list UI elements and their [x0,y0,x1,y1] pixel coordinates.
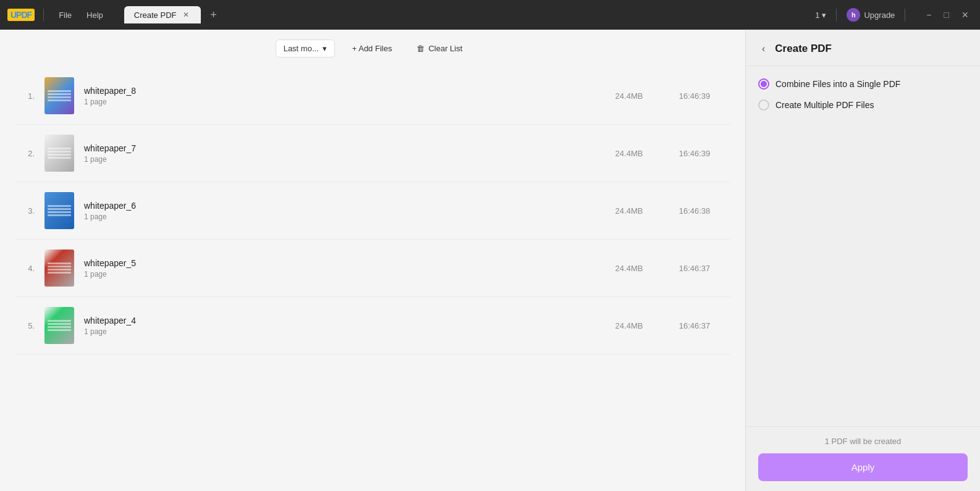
file-info: whitepaper_5 1 page [84,258,594,279]
file-number: 1. [20,91,35,101]
file-list: 1. whitepaper_8 1 page 24.4MB 16:46:39 2… [0,67,745,491]
sort-chevron-icon: ▾ [323,44,327,53]
file-name: whitepaper_6 [84,201,594,211]
file-thumbnail [44,135,74,172]
table-row: 5. whitepaper_4 1 page 24.4MB 16:46:37 [15,297,730,355]
file-size: 24.4MB [604,321,654,330]
titlebar-menu: File Help [53,8,109,22]
menu-file[interactable]: File [53,8,78,22]
file-pages: 1 page [84,155,594,164]
file-number: 2. [20,149,35,158]
file-pages: 1 page [84,98,594,106]
table-row: 3. whitepaper_6 1 page 24.4MB 16:46:38 [15,182,730,240]
divider-1 [43,9,44,21]
file-time: 16:46:39 [664,91,725,101]
menu-help[interactable]: Help [80,8,109,22]
clear-list-button[interactable]: 🗑 Clear List [409,40,470,57]
tabs-area: Create PDF ✕ + [124,6,810,23]
file-thumbnail [44,307,74,344]
file-name: whitepaper_4 [84,316,594,325]
file-time: 16:46:38 [664,206,725,216]
file-size: 24.4MB [604,206,654,216]
file-thumbnail [44,77,74,114]
divider-3 [905,9,905,21]
apply-button[interactable]: Apply [758,453,968,481]
panel-footer: 1 PDF will be created Apply [746,426,980,491]
sort-button[interactable]: Last mo... ▾ [276,40,335,57]
app-logo: UPDF [7,9,35,21]
minimize-button[interactable]: − [923,9,935,21]
file-number: 3. [20,206,35,216]
clear-list-label: Clear List [428,44,462,53]
upgrade-button[interactable]: h Upgrade [847,8,895,22]
tab-close-icon[interactable]: ✕ [181,10,191,20]
option-combine[interactable]: Combine Files into a Single PDF [758,78,968,90]
user-avatar: h [847,8,860,22]
maximize-button[interactable]: □ [940,9,953,21]
file-number: 5. [20,321,35,330]
panel-options: Combine Files into a Single PDF Create M… [746,66,980,426]
file-info: whitepaper_8 1 page [84,86,594,106]
panel-back-button[interactable]: ‹ [758,42,769,56]
radio-inner-combine [761,81,767,87]
file-name: whitepaper_8 [84,86,594,96]
file-info: whitepaper_6 1 page [84,201,594,221]
file-pages: 1 page [84,327,594,336]
file-thumbnail [44,250,74,287]
tab-create-pdf[interactable]: Create PDF ✕ [124,6,201,23]
file-name: whitepaper_5 [84,258,594,268]
table-row: 2. whitepaper_7 1 page 24.4MB 16:46:39 [15,125,730,182]
file-list-area: Last mo... ▾ + Add Files 🗑 Clear List 1. [0,30,745,491]
file-pages: 1 page [84,212,594,221]
file-size: 24.4MB [604,149,654,158]
add-files-label: + Add Files [352,44,392,53]
file-size: 24.4MB [604,264,654,273]
upgrade-label: Upgrade [864,10,895,20]
tab-count: 1 ▾ [815,10,826,20]
table-row: 4. whitepaper_5 1 page 24.4MB 16:46:37 [15,240,730,297]
file-info: whitepaper_7 1 page [84,143,594,164]
window-controls: − □ ✕ [923,9,973,21]
file-name: whitepaper_7 [84,143,594,153]
trash-icon: 🗑 [416,44,425,53]
file-thumbnail [44,192,74,229]
table-row: 1. whitepaper_8 1 page 24.4MB 16:46:39 [15,67,730,125]
file-size: 24.4MB [604,91,654,101]
file-number: 4. [20,264,35,273]
radio-multiple[interactable] [758,99,769,111]
close-button[interactable]: ✕ [958,9,973,21]
toolbar: Last mo... ▾ + Add Files 🗑 Clear List [0,30,745,67]
tab-label: Create PDF [134,10,177,20]
main-content: Last mo... ▾ + Add Files 🗑 Clear List 1. [0,30,980,491]
file-time: 16:46:37 [664,321,725,330]
sort-label: Last mo... [284,44,319,53]
titlebar: UPDF File Help Create PDF ✕ + 1 ▾ h Upgr… [0,0,980,30]
radio-combine[interactable] [758,78,769,90]
file-info: whitepaper_4 1 page [84,316,594,336]
titlebar-right: 1 ▾ h Upgrade − □ ✕ [815,8,973,22]
file-time: 16:46:39 [664,149,725,158]
option-multiple-label: Create Multiple PDF Files [775,100,874,110]
option-combine-label: Combine Files into a Single PDF [775,79,900,89]
right-panel: ‹ Create PDF Combine Files into a Single… [745,30,980,491]
panel-title: Create PDF [775,43,832,55]
option-multiple[interactable]: Create Multiple PDF Files [758,99,968,111]
file-time: 16:46:37 [664,264,725,273]
divider-2 [836,9,837,21]
panel-header: ‹ Create PDF [746,30,980,66]
file-pages: 1 page [84,270,594,279]
add-files-button[interactable]: + Add Files [345,40,400,57]
tab-add-button[interactable]: + [205,6,222,23]
pdf-count-text: 1 PDF will be created [758,437,968,446]
